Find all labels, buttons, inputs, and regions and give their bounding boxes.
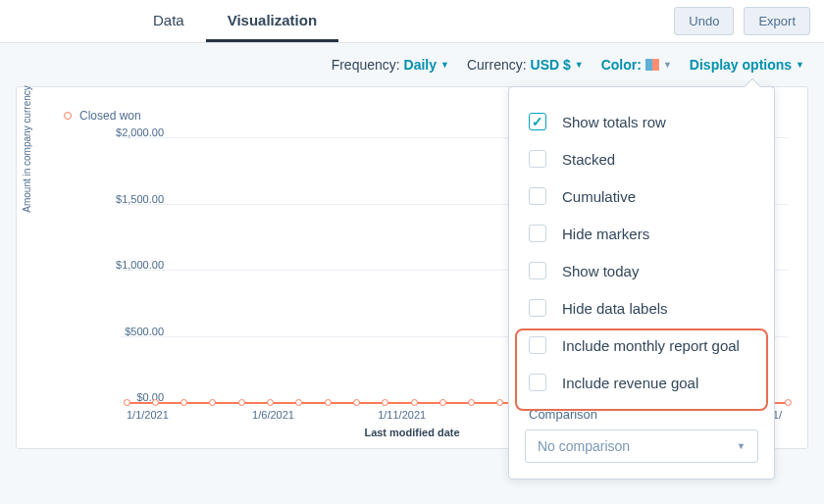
option-show-totals[interactable]: Show totals row: [525, 103, 758, 140]
tab-data[interactable]: Data: [131, 0, 206, 42]
checkbox-icon: [529, 187, 546, 205]
display-options-control[interactable]: Display options ▼: [690, 57, 804, 73]
frequency-value[interactable]: Daily▼: [404, 57, 449, 73]
data-marker: [238, 399, 245, 406]
legend-marker-icon: [64, 112, 72, 120]
color-swatch-icon: [645, 59, 659, 71]
caret-down-icon: ▼: [440, 60, 449, 70]
data-marker: [180, 399, 187, 406]
caret-down-icon: ▼: [663, 60, 672, 70]
currency-label: Currency:: [467, 57, 527, 73]
x-axis-title: Last modified date: [364, 427, 459, 438]
y-tick-label: $0.00: [136, 391, 164, 403]
y-tick-label: $2,000.00: [116, 126, 164, 138]
data-marker: [496, 399, 503, 406]
currency-control[interactable]: Currency: USD $▼: [467, 57, 584, 73]
toolbar: Frequency: Daily▼ Currency: USD $▼ Color…: [0, 43, 824, 86]
legend-series-label: Closed won: [79, 109, 141, 123]
data-marker: [439, 399, 446, 406]
data-marker: [209, 399, 216, 406]
checkbox-icon: [529, 299, 546, 317]
data-marker: [468, 399, 475, 406]
x-tick-label: 1/1/2021: [127, 409, 169, 421]
data-marker: [267, 399, 274, 406]
color-control[interactable]: Color: ▼: [601, 57, 672, 73]
y-tick-label: $1,500.00: [116, 193, 164, 205]
display-options-dropdown: Show totals row Stacked Cumulative Hide …: [508, 86, 775, 479]
comparison-select[interactable]: No comparison ▼: [525, 429, 758, 463]
option-stacked[interactable]: Stacked: [525, 140, 758, 177]
caret-down-icon: ▼: [737, 441, 746, 451]
currency-value[interactable]: USD $▼: [531, 57, 584, 73]
caret-down-icon: ▼: [796, 60, 804, 70]
top-bar: Data Visualization Undo Export: [0, 0, 824, 43]
checkbox-icon: [529, 150, 546, 168]
x-tick-label: 1/11/2021: [378, 409, 426, 421]
data-marker: [152, 399, 159, 406]
data-marker: [325, 399, 332, 406]
data-marker: [124, 399, 130, 406]
option-hide-data-labels[interactable]: Hide data labels: [525, 289, 758, 327]
checkbox-icon: [529, 225, 546, 242]
option-hide-markers[interactable]: Hide markers: [525, 215, 758, 252]
data-marker: [382, 399, 388, 406]
option-cumulative[interactable]: Cumulative: [525, 177, 758, 215]
y-tick-label: $500.00: [125, 326, 164, 337]
frequency-label: Frequency:: [332, 57, 400, 73]
frequency-control[interactable]: Frequency: Daily▼: [332, 57, 449, 73]
export-button[interactable]: Export: [744, 7, 810, 35]
tabs: Data Visualization: [131, 0, 338, 42]
y-tick-label: $1,000.00: [116, 259, 164, 271]
highlight-box: [515, 328, 768, 411]
data-marker: [411, 399, 418, 406]
top-right-buttons: Undo Export: [674, 7, 810, 35]
option-show-today[interactable]: Show today: [525, 252, 758, 289]
data-marker: [295, 399, 302, 406]
undo-button[interactable]: Undo: [674, 7, 734, 35]
data-marker: [785, 399, 792, 406]
y-axis-title: Amount in company currency: [22, 85, 32, 213]
checkbox-icon: [529, 113, 546, 130]
x-tick-label: 1/6/2021: [252, 409, 294, 421]
checkbox-icon: [529, 262, 546, 279]
tab-visualization[interactable]: Visualization: [206, 0, 338, 42]
caret-down-icon: ▼: [575, 60, 584, 70]
data-marker: [353, 399, 360, 406]
